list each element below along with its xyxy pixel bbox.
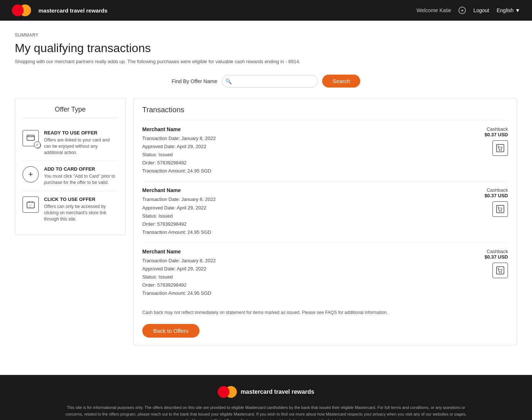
- cart-icon-1: [492, 140, 508, 156]
- txn-cashback-label-1: Cashback: [484, 126, 508, 132]
- offer-item-add: + ADD TO CARD OFFER You must click "Add …: [23, 161, 118, 191]
- footer-disclaimer: This site is for informational purposes …: [63, 404, 469, 420]
- svg-rect-6: [497, 144, 504, 152]
- svg-text:🛒: 🛒: [28, 204, 32, 208]
- transactions-title: Transactions: [142, 106, 508, 114]
- table-row: Merchant Name Transaction Date: January …: [142, 242, 508, 303]
- txn-info-3: Merchant Name Transaction Date: January …: [142, 249, 216, 297]
- search-icon: 🔍: [225, 78, 232, 84]
- offer-item-ready: ✓ READY TO USE OFFER Offers are linked t…: [23, 125, 118, 161]
- txn-details-1: Transaction Date: January 8, 2022 Approv…: [142, 134, 216, 175]
- txn-merchant-3: Merchant Name: [142, 249, 216, 255]
- table-row: Merchant Name Transaction Date: January …: [142, 181, 508, 242]
- svg-point-7: [499, 150, 500, 151]
- content-grid: Offer Type ✓ READY TO USE OFFER Offers a…: [15, 98, 517, 345]
- txn-cashback-label-2: Cashback: [484, 187, 508, 193]
- txn-cashback-label-3: Cashback: [484, 249, 508, 254]
- svg-point-13: [499, 272, 500, 273]
- table-row: Merchant Name Transaction Date: January …: [142, 120, 508, 181]
- txn-cashback-amount-2: $0.37 USD: [484, 193, 508, 198]
- footer: mastercard travel rewards This site is f…: [0, 375, 532, 420]
- language-selector[interactable]: English ▼: [497, 7, 520, 13]
- search-row: Find By Offer Name 🔍 Search: [15, 75, 517, 88]
- search-input[interactable]: [222, 75, 318, 88]
- txn-cashback-amount-3: $0.37 USD: [484, 254, 508, 260]
- svg-point-11: [501, 211, 502, 212]
- search-input-wrap: 🔍: [222, 75, 318, 88]
- txn-right-2: Cashback $0.37 USD: [484, 187, 508, 217]
- header: mastercard travel rewards Welcome Katie …: [0, 0, 532, 21]
- txn-cashback-amount-1: $0.37 USD: [484, 132, 508, 137]
- svg-rect-9: [497, 205, 504, 213]
- ready-to-use-text: READY TO USE OFFER Offers are linked to …: [44, 130, 118, 156]
- txn-details-2: Transaction Date: January 8, 2022 Approv…: [142, 195, 216, 236]
- click-to-use-title: CLICK TO USE OFFER: [44, 197, 118, 202]
- main-content: SUMMARY My qualifying transactions Shopp…: [0, 21, 532, 360]
- txn-info-1: Merchant Name Transaction Date: January …: [142, 126, 216, 175]
- offer-type-panel: Offer Type ✓ READY TO USE OFFER Offers a…: [15, 98, 126, 235]
- page-subtitle: Shopping with our merchant partners real…: [15, 59, 517, 64]
- search-button[interactable]: Search: [322, 75, 361, 88]
- click-to-use-text: CLICK TO USE OFFER Offers can only be ac…: [44, 197, 118, 222]
- breadcrumb: SUMMARY: [15, 33, 517, 38]
- txn-right-1: Cashback $0.37 USD: [484, 126, 508, 156]
- ready-to-use-title: READY TO USE OFFER: [44, 130, 118, 136]
- footer-logo-row: mastercard travel rewards: [15, 386, 517, 398]
- cart-icon-3: [492, 263, 508, 278]
- txn-merchant-1: Merchant Name: [142, 126, 216, 132]
- offer-type-title: Offer Type: [23, 106, 118, 118]
- chevron-down-icon: ▼: [515, 7, 520, 13]
- offer-item-click: 🛒 CLICK TO USE OFFER Offers can only be …: [23, 191, 118, 227]
- back-to-offers-button[interactable]: Back to Offers: [142, 324, 200, 338]
- add-to-card-icon: +: [23, 166, 39, 182]
- txn-info-2: Merchant Name Transaction Date: January …: [142, 187, 216, 236]
- svg-rect-0: [27, 135, 34, 140]
- svg-point-8: [501, 150, 502, 151]
- svg-point-14: [501, 272, 502, 273]
- transactions-panel: Transactions Merchant Name Transaction D…: [133, 98, 517, 345]
- ready-to-use-icon: ✓: [23, 130, 39, 146]
- footer-brand-name: mastercard travel rewards: [241, 389, 314, 395]
- header-logo-area: mastercard travel rewards: [12, 4, 108, 16]
- ready-to-use-desc: Offers are linked to your card and can b…: [44, 137, 118, 156]
- logout-button[interactable]: Logout: [473, 7, 489, 13]
- txn-right-3: Cashback $0.37 USD: [484, 249, 508, 278]
- welcome-text: Welcome Katie: [416, 7, 451, 13]
- notification-icon[interactable]: ●: [458, 7, 466, 14]
- mc-circle-red: [12, 4, 24, 16]
- txn-details-3: Transaction Date: January 8, 2022 Approv…: [142, 257, 216, 297]
- header-right: Welcome Katie ● Logout English ▼: [416, 7, 520, 14]
- mastercard-logo: [12, 4, 31, 16]
- txn-merchant-2: Merchant Name: [142, 187, 216, 193]
- cashback-note: Cash back may not reflect immediately on…: [142, 310, 508, 315]
- click-to-use-desc: Offers can only be accessed by clicking …: [44, 204, 118, 222]
- svg-point-10: [499, 211, 500, 212]
- add-to-card-title: ADD TO CARD OFFER: [44, 166, 118, 172]
- svg-rect-12: [497, 267, 504, 274]
- footer-mastercard-logo: [218, 386, 237, 398]
- click-to-use-icon: 🛒: [23, 197, 39, 213]
- add-to-card-desc: You must click "Add to Card" prior to pu…: [44, 173, 118, 186]
- add-to-card-text: ADD TO CARD OFFER You must click "Add to…: [44, 166, 118, 186]
- brand-name: mastercard travel rewards: [38, 7, 108, 14]
- page-title: My qualifying transactions: [15, 41, 517, 55]
- find-label: Find By Offer Name: [172, 78, 217, 84]
- cart-icon-2: [492, 201, 508, 217]
